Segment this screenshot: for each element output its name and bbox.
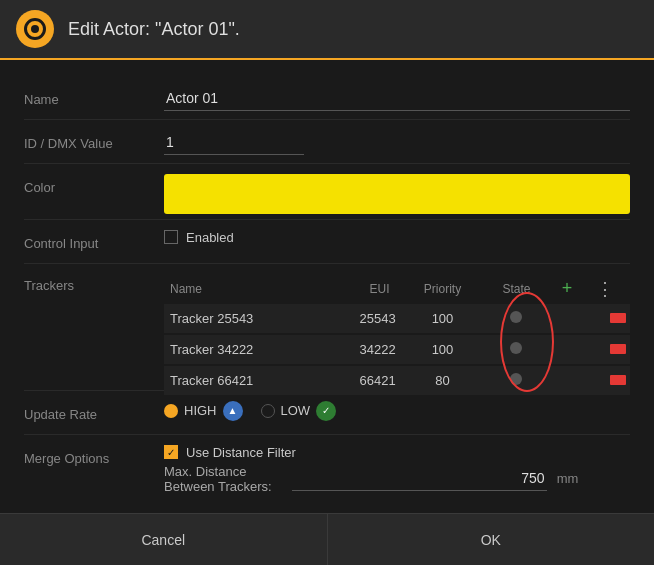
table-row: Tracker 66421 66421 80 bbox=[164, 365, 630, 396]
max-distance-label: Max. Distance Between Trackers: bbox=[164, 464, 282, 494]
id-field-area bbox=[164, 130, 630, 155]
trackers-label: Trackers bbox=[24, 274, 164, 293]
name-label: Name bbox=[24, 86, 164, 107]
high-rate-option[interactable]: HIGH ▲ bbox=[164, 401, 243, 421]
app-logo bbox=[16, 10, 54, 48]
enabled-label: Enabled bbox=[186, 230, 234, 245]
tracker-priority-1[interactable]: 100 bbox=[402, 304, 484, 334]
col-state: State bbox=[483, 274, 549, 304]
tracker-name-2: Tracker 34222 bbox=[164, 334, 322, 365]
low-check-icon[interactable]: ✓ bbox=[316, 401, 336, 421]
id-label: ID / DMX Value bbox=[24, 130, 164, 151]
tracker-priority-3[interactable]: 80 bbox=[402, 365, 484, 396]
table-row: Tracker 25543 25543 100 bbox=[164, 304, 630, 334]
color-field-area bbox=[164, 174, 630, 214]
table-row: Tracker 34222 34222 100 bbox=[164, 334, 630, 365]
more-options-button[interactable]: ⋮ bbox=[586, 278, 624, 300]
name-field-area bbox=[164, 86, 630, 111]
trackers-header: Name EUI Priority State + ⋮ bbox=[164, 274, 630, 304]
cancel-button[interactable]: Cancel bbox=[0, 514, 327, 565]
col-eui: EUI bbox=[322, 274, 402, 304]
tracker-state-2 bbox=[483, 334, 549, 365]
tracker-state-3 bbox=[483, 365, 549, 396]
state-dot-1 bbox=[510, 311, 522, 323]
color-swatch[interactable] bbox=[164, 174, 630, 214]
add-tracker-button[interactable]: + bbox=[556, 278, 579, 299]
trackers-table: Name EUI Priority State + ⋮ Trac bbox=[164, 274, 630, 397]
tracker-name-3: Tracker 66421 bbox=[164, 365, 322, 396]
col-priority: Priority bbox=[402, 274, 484, 304]
logo-inner bbox=[24, 18, 46, 40]
control-input-field: Enabled bbox=[164, 230, 630, 245]
trackers-field-area: Name EUI Priority State + ⋮ Trac bbox=[164, 274, 630, 397]
tracker-priority-2[interactable]: 100 bbox=[402, 334, 484, 365]
update-rate-options: HIGH ▲ LOW ✓ bbox=[164, 401, 630, 421]
dialog-content: Name ID / DMX Value Color Control Input … bbox=[0, 60, 654, 513]
mm-label: mm bbox=[557, 471, 579, 486]
state-dot-3 bbox=[510, 373, 522, 385]
merge-options-row: Merge Options ✓ Use Distance Filter Max.… bbox=[24, 435, 630, 497]
dialog-footer: Cancel OK bbox=[0, 513, 654, 565]
col-name: Name bbox=[164, 274, 322, 304]
use-distance-checkbox[interactable]: ✓ bbox=[164, 445, 178, 459]
low-radio[interactable] bbox=[261, 404, 275, 418]
color-label: Color bbox=[24, 174, 164, 195]
max-distance-row: Max. Distance Between Trackers: mm bbox=[164, 464, 578, 494]
control-input-row: Control Input Enabled bbox=[24, 220, 630, 264]
low-rate-option[interactable]: LOW ✓ bbox=[261, 401, 337, 421]
trackers-body: Tracker 25543 25543 100 Tracker 34222 34… bbox=[164, 304, 630, 396]
dialog-title: Edit Actor: "Actor 01". bbox=[68, 19, 240, 40]
name-input[interactable] bbox=[164, 86, 630, 111]
name-row: Name bbox=[24, 76, 630, 120]
update-rate-row: Update Rate HIGH ▲ LOW ✓ bbox=[24, 391, 630, 435]
high-label: HIGH bbox=[184, 403, 217, 418]
delete-tracker-1[interactable] bbox=[610, 313, 626, 323]
color-row: Color bbox=[24, 164, 630, 220]
id-row: ID / DMX Value bbox=[24, 120, 630, 164]
enabled-checkbox-row: Enabled bbox=[164, 230, 630, 245]
enabled-checkbox[interactable] bbox=[164, 230, 178, 244]
control-input-label: Control Input bbox=[24, 230, 164, 251]
col-add[interactable]: + bbox=[550, 274, 581, 304]
state-dot-2 bbox=[510, 342, 522, 354]
col-more[interactable]: ⋮ bbox=[580, 274, 630, 304]
tracker-eui-2: 34222 bbox=[322, 334, 402, 365]
use-distance-row: ✓ Use Distance Filter bbox=[164, 445, 578, 460]
low-label: LOW bbox=[281, 403, 311, 418]
merge-options-header: Merge Options ✓ Use Distance Filter Max.… bbox=[24, 445, 578, 494]
delete-tracker-2[interactable] bbox=[610, 344, 626, 354]
update-rate-field: HIGH ▲ LOW ✓ bbox=[164, 401, 630, 421]
update-rate-label: Update Rate bbox=[24, 401, 164, 422]
use-distance-label: Use Distance Filter bbox=[186, 445, 296, 460]
tracker-state-1 bbox=[483, 304, 549, 334]
delete-tracker-3[interactable] bbox=[610, 375, 626, 385]
high-radio[interactable] bbox=[164, 404, 178, 418]
tracker-eui-3: 66421 bbox=[322, 365, 402, 396]
dialog-header: Edit Actor: "Actor 01". bbox=[0, 0, 654, 60]
merge-options-field: ✓ Use Distance Filter Max. Distance Betw… bbox=[164, 445, 578, 494]
tracker-name-1: Tracker 25543 bbox=[164, 304, 322, 334]
id-input[interactable] bbox=[164, 130, 304, 155]
trackers-row: Trackers Name EUI Priority State + ⋮ bbox=[24, 264, 630, 391]
tracker-eui-1: 25543 bbox=[322, 304, 402, 334]
merge-options-label: Merge Options bbox=[24, 445, 164, 466]
max-distance-input[interactable] bbox=[292, 466, 546, 491]
ok-button[interactable]: OK bbox=[328, 514, 655, 565]
high-chevron-icon[interactable]: ▲ bbox=[223, 401, 243, 421]
